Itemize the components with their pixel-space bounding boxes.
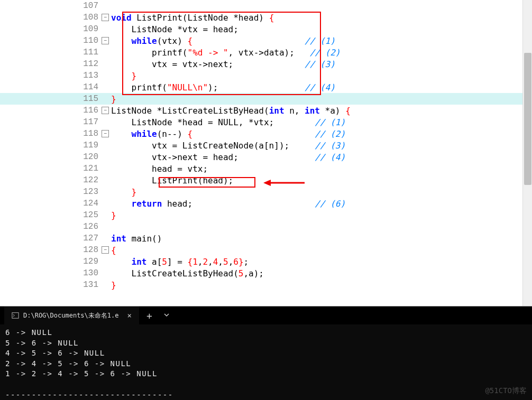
line-number: 122 [77,175,98,185]
line-number: 110 [77,36,98,45]
gutter: 130 [0,268,111,278]
line-number: 129 [77,257,98,266]
code-line[interactable]: 119 vtx = ListCreateNode(a[n]); // (3) [0,139,532,151]
gutter: 121 [0,164,111,173]
code-text[interactable]: vtx->next = head; // (4) [111,152,532,162]
code-text[interactable]: void ListPrint(ListNode *head) { [111,13,532,23]
code-line[interactable]: 110− while(vtx) { // (1) [0,35,532,46]
scroll-thumb[interactable] [524,53,531,185]
editor-scrollbar[interactable] [522,0,532,306]
gutter: 120 [0,152,111,162]
fold-toggle-icon[interactable]: − [102,14,109,21]
code-text[interactable]: ListNode *ListCreateListByHead(int n, in… [111,106,532,116]
fold-toggle-icon[interactable]: − [102,37,109,44]
line-number: 107 [77,1,98,11]
code-line[interactable]: 116−ListNode *ListCreateListByHead(int n… [0,105,532,116]
code-line[interactable]: 127int main() [0,232,532,244]
line-number: 118 [77,129,98,138]
line-number: 128 [77,245,98,255]
gutter: 109 [0,24,111,34]
code-text[interactable]: ListPrint(head); [111,175,532,185]
gutter: 115 [0,94,111,104]
code-text[interactable]: return head; // (6) [111,199,532,209]
svg-rect-2 [12,313,19,319]
line-number: 127 [77,234,98,243]
code-line[interactable]: 130 ListCreateListByHead(5,a); [0,267,532,279]
code-line[interactable]: 124 return head; // (6) [0,198,532,209]
code-line[interactable]: 118− while(n--) { // (2) [0,128,532,139]
gutter: 107 [0,1,111,11]
gutter: 116− [0,106,111,115]
gutter: 125 [0,210,111,220]
terminal-tab[interactable]: D:\ROG\Documents\未命名1.e × [4,306,139,324]
line-number: 131 [77,280,98,290]
fold-toggle-icon[interactable]: − [102,246,109,254]
terminal-output[interactable]: 6 -> NULL 5 -> 6 -> NULL 4 -> 5 -> 6 -> … [0,324,532,400]
code-text[interactable]: ListNode *head = NULL, *vtx; // (1) [111,117,532,127]
code-text[interactable]: vtx = vtx->next; // (3) [111,59,532,69]
gutter: 129 [0,257,111,266]
gutter: 110− [0,36,111,45]
line-number: 115 [77,94,98,104]
code-text[interactable]: } [111,71,532,81]
code-text[interactable]: } [111,210,532,220]
code-content[interactable]: 107108−void ListPrint(ListNode *head) {1… [0,0,532,291]
code-text[interactable]: } [111,280,532,290]
gutter: 124 [0,199,111,208]
code-text[interactable]: while(vtx) { // (1) [111,36,532,46]
code-text[interactable]: ListNode *vtx = head; [111,24,532,34]
gutter: 114 [0,82,111,92]
line-number: 116 [77,106,98,115]
code-text[interactable]: ListCreateListByHead(5,a); [111,268,532,278]
code-line[interactable]: 121 head = vtx; [0,163,532,174]
fold-toggle-icon[interactable]: − [102,130,109,137]
line-number: 117 [77,117,98,127]
gutter: 128− [0,245,111,255]
code-text[interactable]: vtx = ListCreateNode(a[n]); // (3) [111,141,532,151]
line-number: 111 [77,48,98,57]
code-line[interactable]: 109 ListNode *vtx = head; [0,23,532,35]
code-text[interactable]: int a[5] = {1,2,4,5,6}; [111,257,532,267]
gutter: 123 [0,187,111,197]
code-line[interactable]: 125} [0,209,532,221]
terminal-tab-title: D:\ROG\Documents\未命名1.e [23,311,119,320]
code-text[interactable]: { [111,245,532,255]
gutter: 108− [0,13,111,22]
code-text[interactable]: printf("NULL\n"); // (4) [111,82,532,92]
code-text[interactable]: printf("%d -> ", vtx->data); // (2) [111,48,532,58]
gutter: 127 [0,234,111,243]
line-number: 124 [77,199,98,208]
code-line[interactable]: 114 printf("NULL\n"); // (4) [0,81,532,93]
terminal-tabs: D:\ROG\Documents\未命名1.e × + [0,306,532,324]
line-number: 126 [77,222,98,231]
line-number: 123 [77,187,98,197]
gutter: 126 [0,222,111,231]
code-line[interactable]: 108−void ListPrint(ListNode *head) { [0,12,532,23]
new-tab-button[interactable]: + [139,307,160,324]
code-text[interactable]: int main() [111,234,532,244]
code-line[interactable]: 131} [0,279,532,291]
code-line[interactable]: 129 int a[5] = {1,2,4,5,6}; [0,256,532,267]
line-number: 108 [77,13,98,22]
code-line[interactable]: 128−{ [0,244,532,256]
close-icon[interactable]: × [127,311,132,320]
line-number: 114 [77,82,98,92]
code-line[interactable]: 117 ListNode *head = NULL, *vtx; // (1) [0,116,532,128]
code-line[interactable]: 120 vtx->next = head; // (4) [0,151,532,163]
code-text[interactable]: head = vtx; [111,164,532,174]
code-text[interactable]: } [111,94,532,104]
code-line[interactable]: 115} [0,93,532,105]
tab-dropdown-icon[interactable] [160,309,173,322]
code-text[interactable]: } [111,187,532,197]
code-line[interactable]: 111 printf("%d -> ", vtx->data); // (2) [0,46,532,58]
code-editor[interactable]: 107108−void ListPrint(ListNode *head) {1… [0,0,532,306]
code-line[interactable]: 113 } [0,70,532,81]
arrow-annotation [263,178,306,188]
line-number: 112 [77,59,98,69]
fold-toggle-icon[interactable]: − [102,107,109,114]
code-line[interactable]: 107 [0,0,532,12]
gutter: 131 [0,280,111,290]
code-line[interactable]: 126 [0,221,532,232]
code-text[interactable]: while(n--) { // (2) [111,129,532,139]
code-line[interactable]: 112 vtx = vtx->next; // (3) [0,58,532,70]
